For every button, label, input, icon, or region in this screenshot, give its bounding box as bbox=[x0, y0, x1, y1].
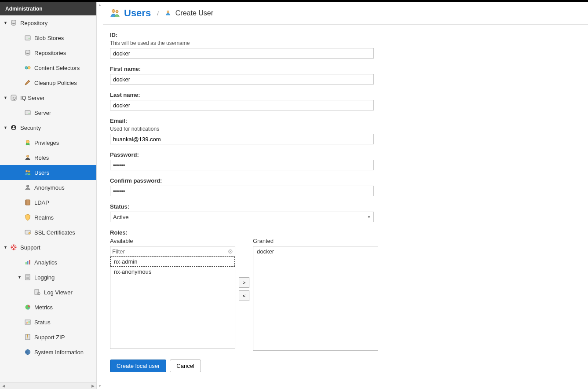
sidebar-item-iq-server[interactable]: ▼IQIQ Server bbox=[0, 90, 96, 105]
email-input[interactable] bbox=[110, 134, 374, 144]
user-role-icon bbox=[24, 154, 32, 161]
available-role-item[interactable]: nx-anonymous bbox=[110, 267, 235, 277]
sidebar-item-label: Server bbox=[34, 110, 51, 116]
security-icon bbox=[10, 124, 18, 132]
roles-available-list[interactable]: nx-adminnx-anonymous bbox=[110, 257, 235, 349]
sidebar-item-label: Log Viewer bbox=[44, 289, 73, 296]
sidebar-item-label: Support bbox=[20, 244, 40, 251]
chevron-right-icon: > bbox=[243, 280, 245, 285]
clear-icon[interactable]: ⊗ bbox=[228, 248, 233, 255]
disk-icon bbox=[24, 34, 32, 42]
field-confirm-password: Confirm password: bbox=[110, 177, 581, 196]
svg-rect-1 bbox=[25, 36, 30, 40]
sidebar-item-label: Privileges bbox=[34, 139, 59, 146]
id-help: This will be used as the username bbox=[110, 40, 581, 46]
sidebar-item-ldap[interactable]: LDAP bbox=[0, 195, 96, 210]
sidebar-item-label: Cleanup Policies bbox=[34, 80, 77, 86]
caret-icon[interactable]: ▼ bbox=[4, 21, 9, 25]
sidebar-item-system-information[interactable]: System Information bbox=[0, 345, 96, 360]
svg-point-11 bbox=[13, 126, 15, 128]
sidebar-item-cleanup-policies[interactable]: Cleanup Policies bbox=[0, 75, 96, 90]
lifebuoy-icon bbox=[10, 243, 18, 251]
sidebar-item-blob-stores[interactable]: Blob Stores bbox=[0, 30, 96, 45]
field-roles: Roles: Available ⊗ nx-adminnx-anonymous … bbox=[110, 229, 581, 351]
sidebar-item-support[interactable]: ▼Support bbox=[0, 240, 96, 255]
scroll-left-icon[interactable]: ◀ bbox=[0, 384, 7, 388]
sidebar-item-label: Security bbox=[20, 125, 41, 131]
svg-point-12 bbox=[26, 140, 29, 143]
field-email: Email: Used for notifications bbox=[110, 117, 581, 144]
sidebar-item-label: Content Selectors bbox=[34, 65, 80, 71]
roles-label: Roles: bbox=[110, 229, 581, 236]
sidebar-item-metrics[interactable]: Metrics bbox=[0, 300, 96, 315]
tag-icon bbox=[24, 64, 32, 72]
scroll-right-icon[interactable]: ▶ bbox=[89, 384, 96, 388]
svg-rect-31 bbox=[26, 323, 27, 323]
pie-icon bbox=[24, 303, 32, 311]
sidebar-item-repository[interactable]: ▼Repository bbox=[0, 15, 96, 30]
sidebar-item-anonymous[interactable]: Anonymous bbox=[0, 180, 96, 195]
sidebar-item-roles[interactable]: Roles bbox=[0, 150, 96, 165]
collapse-down-icon[interactable]: ▼ bbox=[97, 383, 102, 389]
sidebar-item-privileges[interactable]: Privileges bbox=[0, 135, 96, 150]
confirm-password-label: Confirm password: bbox=[110, 177, 581, 184]
sidebar-item-status[interactable]: Status bbox=[0, 315, 96, 330]
sidebar-resizer[interactable]: ▲ ▼ bbox=[97, 2, 103, 389]
sidebar-item-label: System Information bbox=[34, 349, 84, 356]
sidebar-item-realms[interactable]: Realms bbox=[0, 210, 96, 225]
sidebar-item-analytics[interactable]: Analytics bbox=[0, 255, 96, 270]
caret-icon[interactable]: ▼ bbox=[4, 95, 9, 100]
caret-icon[interactable]: ▼ bbox=[4, 245, 9, 250]
id-input[interactable] bbox=[110, 48, 374, 59]
sidebar-item-logging[interactable]: ▼Logging bbox=[0, 270, 96, 285]
field-id: ID: This will be used as the username bbox=[110, 32, 581, 59]
sidebar-item-server[interactable]: Server bbox=[0, 105, 96, 120]
sidebar-tree: ▼RepositoryBlob StoresRepositoriesConten… bbox=[0, 15, 96, 382]
sidebar-item-support-zip[interactable]: Support ZIP bbox=[0, 330, 96, 345]
cancel-button[interactable]: Cancel bbox=[170, 360, 201, 372]
first-name-input[interactable] bbox=[110, 74, 374, 84]
sidebar-item-users[interactable]: Users bbox=[0, 165, 96, 180]
sidebar-item-label: Repositories bbox=[34, 50, 66, 56]
sidebar-item-label: IQ Server bbox=[20, 95, 45, 101]
field-status: Status: Active ▼ bbox=[110, 203, 581, 222]
email-help: Used for notifications bbox=[110, 126, 581, 132]
sidebar-hscroll[interactable]: ◀ ▶ bbox=[0, 382, 96, 389]
zip-icon bbox=[24, 333, 32, 341]
available-role-item[interactable]: nx-admin bbox=[110, 257, 235, 267]
sidebar-item-label: Users bbox=[34, 169, 49, 176]
granted-role-item[interactable]: docker bbox=[253, 246, 378, 257]
password-label: Password: bbox=[110, 151, 581, 158]
confirm-password-input[interactable] bbox=[110, 186, 374, 196]
password-input[interactable] bbox=[110, 160, 374, 170]
roles-granted-list[interactable]: docker bbox=[253, 246, 378, 351]
last-name-input[interactable] bbox=[110, 100, 374, 110]
page-title: Users bbox=[124, 7, 151, 19]
sidebar-item-log-viewer[interactable]: Log Viewer bbox=[0, 285, 96, 300]
first-name-label: First name: bbox=[110, 66, 581, 72]
sidebar-item-security[interactable]: ▼Security bbox=[0, 120, 96, 135]
move-left-button[interactable]: < bbox=[239, 290, 249, 301]
create-button[interactable]: Create local user bbox=[110, 360, 166, 372]
breadcrumb: Users / Create User bbox=[103, 2, 588, 25]
database-icon bbox=[24, 49, 32, 57]
caret-icon[interactable]: ▼ bbox=[18, 275, 23, 279]
sidebar-item-label: Blob Stores bbox=[34, 35, 64, 41]
status-select[interactable]: Active ▼ bbox=[110, 212, 374, 222]
sidebar-title: Administration bbox=[0, 2, 96, 15]
collapse-up-icon[interactable]: ▲ bbox=[97, 2, 102, 8]
move-right-button[interactable]: > bbox=[239, 277, 249, 288]
sidebar-item-label: Realms bbox=[34, 214, 54, 221]
sidebar-item-repositories[interactable]: Repositories bbox=[0, 45, 96, 60]
sidebar-item-content-selectors[interactable]: Content Selectors bbox=[0, 60, 96, 75]
sidebar-item-ssl-certificates[interactable]: SSL Certificates bbox=[0, 225, 96, 240]
svg-point-4 bbox=[25, 66, 28, 69]
chart-icon bbox=[24, 258, 32, 266]
sidebar-item-label: SSL Certificates bbox=[34, 229, 75, 236]
caret-icon[interactable]: ▼ bbox=[4, 125, 9, 130]
roles-filter-input[interactable] bbox=[112, 248, 228, 255]
svg-point-39 bbox=[167, 11, 169, 13]
svg-rect-25 bbox=[29, 260, 30, 264]
svg-text:IQ: IQ bbox=[11, 96, 16, 100]
field-first-name: First name: bbox=[110, 66, 581, 84]
